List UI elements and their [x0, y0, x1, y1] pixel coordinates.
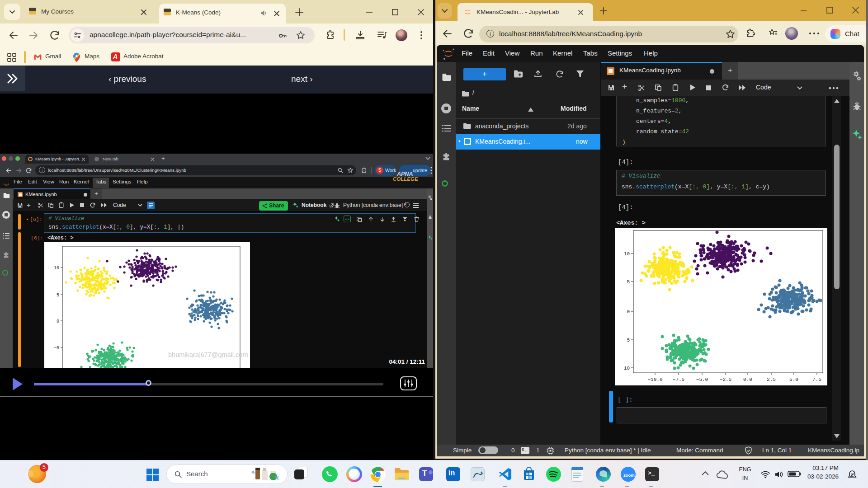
svg-text:5: 5 — [627, 279, 630, 285]
svg-text:10: 10 — [624, 251, 630, 257]
svg-text:2.5: 2.5 — [767, 377, 776, 382]
svg-text:−5: −5 — [54, 346, 59, 351]
svg-text:5.0: 5.0 — [789, 377, 798, 382]
svg-text:0.0: 0.0 — [743, 377, 752, 382]
svg-text:−5: −5 — [624, 338, 630, 343]
svg-text:0: 0 — [627, 309, 630, 314]
svg-text:10: 10 — [54, 266, 59, 271]
svg-text:−2.5: −2.5 — [720, 377, 731, 382]
svg-text:−7.5: −7.5 — [673, 377, 684, 382]
svg-text:7.5: 7.5 — [812, 377, 821, 382]
svg-text:5: 5 — [57, 293, 59, 298]
svg-text:−5.0: −5.0 — [696, 377, 708, 382]
svg-text:−10.0: −10.0 — [647, 377, 662, 382]
svg-text:0: 0 — [57, 319, 59, 324]
svg-text:−10: −10 — [621, 366, 630, 371]
